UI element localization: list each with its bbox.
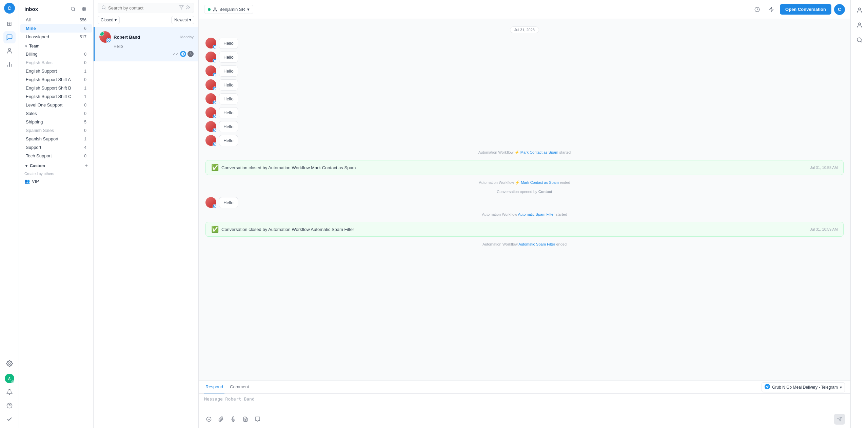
newest-filter-button[interactable]: Newest ▾ <box>171 16 194 24</box>
closed-filter-button[interactable]: Closed ▾ <box>98 16 120 24</box>
search-icon <box>101 5 106 11</box>
sidebar-item-shipping[interactable]: Shipping 5 <box>20 118 92 126</box>
reports-icon[interactable] <box>3 58 16 71</box>
sidebar-item-vip[interactable]: 👥 VIP <box>19 177 93 186</box>
audio-button[interactable] <box>229 414 238 424</box>
sidebar-item-billing[interactable]: Billing 0 <box>20 50 92 58</box>
emoji-button[interactable] <box>204 414 214 424</box>
svg-point-13 <box>102 6 105 9</box>
respond-tab[interactable]: Respond <box>204 381 224 393</box>
chat-header-left: Benjamin SR ▾ <box>204 5 253 14</box>
message-bubble: Hello <box>219 38 238 49</box>
svg-rect-12 <box>82 9 83 11</box>
check-circle-icon-2: ✅ <box>211 226 219 233</box>
automation-closed-time-2: Jul 31, 10:59 AM <box>810 227 838 231</box>
conv-preview: Hello <box>114 44 194 49</box>
custom-label[interactable]: ▼ Custom <box>24 163 45 168</box>
automation-closed-text-2: Conversation closed by Automation Workfl… <box>221 227 354 232</box>
compose-icon[interactable] <box>80 5 88 13</box>
search-input[interactable] <box>108 5 177 11</box>
agent-avatar[interactable]: A <box>5 374 14 383</box>
contacts-icon[interactable] <box>3 45 16 57</box>
bolt-icon-button[interactable] <box>766 4 777 15</box>
sidebar-item-spanish-support[interactable]: Spanish Support 1 <box>20 135 92 143</box>
channel-dot <box>213 45 217 49</box>
sidebar-item-tech-support[interactable]: Tech Support 0 <box>20 152 92 160</box>
settings-icon[interactable] <box>3 357 16 370</box>
agent-name: Benjamin SR <box>219 7 245 12</box>
user-avatar[interactable]: C <box>4 3 15 14</box>
attachment-button[interactable] <box>216 414 226 424</box>
sidebar-title: Inbox <box>24 6 38 12</box>
conv-avatar-wrap: ✓ <box>99 31 111 43</box>
sidebar-item-english-support[interactable]: English Support 1 <box>20 67 92 75</box>
add-custom-button[interactable]: + <box>85 163 88 169</box>
checkmark-icon[interactable] <box>3 413 16 425</box>
message-bubble: Hello <box>219 121 238 132</box>
message-avatar <box>205 135 216 146</box>
message-input[interactable] <box>204 396 845 410</box>
sidebar-item-all[interactable]: All 556 <box>20 16 92 24</box>
chevron-down-icon: ▾ <box>189 18 191 22</box>
custom-section-header: ▼ Custom + <box>19 160 93 170</box>
channel-dot <box>213 204 217 208</box>
message-avatar <box>205 79 216 90</box>
automation-closed-time: Jul 31, 10:58 AM <box>810 166 838 170</box>
sidebar-item-level-one-support[interactable]: Level One Support 0 <box>20 101 92 109</box>
agent-status-dot <box>208 8 211 11</box>
team-section-header[interactable]: ▼ Team <box>19 41 93 50</box>
channel-selector[interactable]: Grub N Go Meal Delivery - Telegram ▾ <box>762 382 845 392</box>
help-icon[interactable] <box>3 400 16 412</box>
conversation-item[interactable]: ✓ Robert Band Monday Hello ✓✓ <box>94 27 198 61</box>
chat-header-right: Open Conversation C <box>751 4 845 15</box>
svg-point-19 <box>214 7 216 9</box>
channel-dot <box>213 128 217 132</box>
conv-filters: Closed ▾ Newest ▾ <box>98 16 194 24</box>
sidebar-item-english-support-shift-c[interactable]: English Support Shift C 1 <box>20 92 92 101</box>
telegram-icon <box>765 384 770 391</box>
filter-icon[interactable] <box>179 5 184 11</box>
svg-point-32 <box>859 23 861 25</box>
svg-point-22 <box>206 417 211 421</box>
svg-marker-15 <box>179 6 183 9</box>
message-bubble: Hello <box>219 65 238 77</box>
search-icon[interactable] <box>69 5 77 13</box>
contact-details-icon[interactable] <box>853 19 866 31</box>
clock-icon-button[interactable] <box>751 4 763 15</box>
conv-opened-note: Conversation opened by Contact <box>205 190 844 194</box>
svg-point-4 <box>8 363 10 365</box>
user-avatar-header: C <box>834 4 845 15</box>
message-row: Hello <box>205 121 844 132</box>
sidebar-item-english-support-shift-a[interactable]: English Support Shift A 0 <box>20 75 92 84</box>
conversations-icon[interactable] <box>3 31 16 43</box>
sidebar-item-sales[interactable]: Sales 0 <box>20 109 92 118</box>
home-icon[interactable]: ⊞ <box>3 18 16 30</box>
sidebar-item-spanish-sales[interactable]: Spanish Sales 0 <box>20 126 92 135</box>
comment-tab[interactable]: Comment <box>229 381 250 393</box>
automation-closed-banner: ✅ Conversation closed by Automation Work… <box>205 160 844 175</box>
chevron-icon: ▼ <box>24 44 28 48</box>
automation-closed-text: Conversation closed by Automation Workfl… <box>221 165 356 170</box>
sidebar-item-support[interactable]: Support 4 <box>20 143 92 152</box>
open-conversation-button[interactable]: Open Conversation <box>780 4 831 15</box>
sidebar-item-unassigned[interactable]: Unassigned 517 <box>20 33 92 41</box>
sidebar-item-mine[interactable]: Mine 6 <box>20 24 92 33</box>
canned-response-button[interactable] <box>253 414 262 424</box>
agent-selector[interactable]: Benjamin SR ▾ <box>204 5 253 14</box>
sidebar-item-english-support-shift-b[interactable]: English Support Shift B 1 <box>20 84 92 92</box>
message-avatar <box>205 197 216 208</box>
message-row: Hello <box>205 93 844 104</box>
sidebar-item-english-sales[interactable]: English Sales 0 <box>20 58 92 67</box>
rich-text-button[interactable] <box>241 414 250 424</box>
svg-point-0 <box>8 48 11 51</box>
telegram-badge <box>180 51 186 57</box>
send-button[interactable] <box>834 414 845 425</box>
notifications-icon[interactable] <box>3 386 16 398</box>
svg-marker-21 <box>769 7 773 12</box>
automation-note-end-2: Automation Workflow Automatic Spam Filte… <box>205 242 844 246</box>
conversation-list: Closed ▾ Newest ▾ ✓ <box>94 0 199 428</box>
add-contact-icon[interactable] <box>186 5 191 11</box>
conversation-participant-icon[interactable] <box>853 4 866 16</box>
search-conversation-icon[interactable] <box>853 34 866 46</box>
search-bar <box>98 3 194 13</box>
